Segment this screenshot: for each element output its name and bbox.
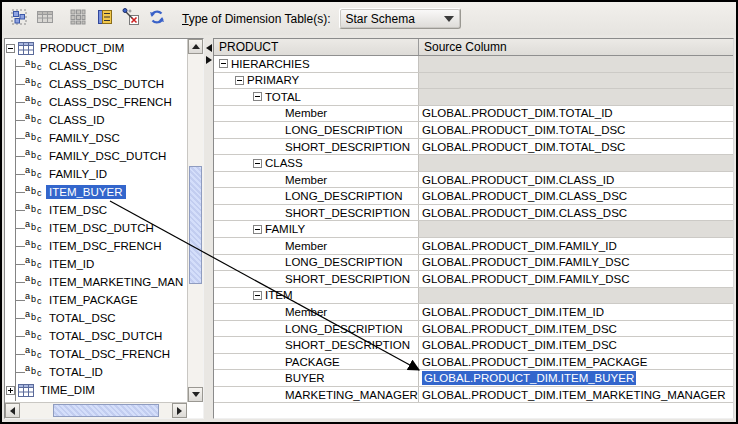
product-cell[interactable]: ITEM [214,288,419,304]
product-cell[interactable]: SHORT_DESCRIPTION [214,271,419,287]
table-row[interactable]: PACKAGEGLOBAL.PRODUCT_DIM.ITEM_PACKAGE [214,354,733,371]
table-row[interactable]: PRIMARY [214,73,733,90]
table-row[interactable]: FAMILY [214,221,733,238]
product-cell[interactable]: MARKETING_MANAGER [214,387,419,403]
source-column-cell[interactable]: GLOBAL.PRODUCT_DIM.ITEM_DSC [419,321,733,337]
collapse-right-button[interactable] [205,55,212,65]
tree-node-column[interactable]: abcITEM_DSC [5,201,187,219]
collapse-expander-icon[interactable] [253,92,262,101]
product-cell[interactable]: PRIMARY [214,73,419,89]
tree-node-column[interactable]: abcITEM_PACKAGE [5,291,187,309]
product-cell[interactable]: PACKAGE [214,354,419,370]
source-column-cell[interactable]: GLOBAL.PRODUCT_DIM.TOTAL_DSC [419,139,733,155]
product-cell[interactable]: FAMILY [214,221,419,237]
tree-node-column[interactable]: abcCLASS_DSC_DUTCH [5,75,187,93]
table-row[interactable]: MemberGLOBAL.PRODUCT_DIM.ITEM_ID [214,304,733,321]
table-row[interactable]: LONG_DESCRIPTIONGLOBAL.PRODUCT_DIM.FAMIL… [214,255,733,272]
tree-node-column[interactable]: abcFAMILY_DSC_DUTCH [5,147,187,165]
table-row[interactable]: TOTAL [214,89,733,106]
collapse-expander-icon[interactable] [253,291,262,300]
source-column-cell[interactable]: GLOBAL.PRODUCT_DIM.CLASS_DSC [419,205,733,221]
table-row[interactable]: SHORT_DESCRIPTIONGLOBAL.PRODUCT_DIM.TOTA… [214,139,733,156]
source-column-cell[interactable]: GLOBAL.PRODUCT_DIM.ITEM_PACKAGE [419,354,733,370]
dimension-type-dropdown[interactable]: Star Schema [339,8,461,29]
table-row[interactable]: ITEM [214,288,733,305]
clear-mapping-button[interactable] [120,8,142,30]
table-row[interactable]: MARKETING_MANAGERGLOBAL.PRODUCT_DIM.ITEM… [214,387,733,404]
table-row[interactable]: LONG_DESCRIPTIONGLOBAL.PRODUCT_DIM.CLASS… [214,188,733,205]
product-cell[interactable]: TOTAL [214,89,419,105]
source-column-cell[interactable]: GLOBAL.PRODUCT_DIM.TOTAL_DSC [419,122,733,138]
product-cell[interactable]: LONG_DESCRIPTION [214,255,419,271]
table-row[interactable]: SHORT_DESCRIPTIONGLOBAL.PRODUCT_DIM.ITEM… [214,337,733,354]
tree-node-column[interactable]: abcFAMILY_ID [5,165,187,183]
tree-node-column[interactable]: abcTOTAL_ID [5,363,187,381]
scroll-left-button[interactable] [5,403,20,418]
collapse-expander-icon[interactable] [253,225,262,234]
product-cell[interactable]: LONG_DESCRIPTION [214,188,419,204]
properties-list-button[interactable] [94,8,116,30]
vertical-scroll-thumb[interactable] [189,166,202,284]
product-cell[interactable]: Member [214,238,419,254]
table-row[interactable]: HIERARCHIES [214,56,733,73]
source-column-cell[interactable]: GLOBAL.PRODUCT_DIM.CLASS_ID [419,172,733,188]
collapse-expander-icon[interactable] [253,159,262,168]
tree-node-column[interactable]: abcITEM_BUYER [5,183,187,201]
product-cell[interactable]: LONG_DESCRIPTION [214,321,419,337]
product-cell[interactable]: BUYER [214,370,419,386]
expand-expander-icon[interactable] [6,386,15,395]
source-column-cell[interactable]: GLOBAL.PRODUCT_DIM.FAMILY_DSC [419,255,733,271]
table-view-button[interactable] [34,8,56,30]
table-row[interactable]: BUYERGLOBAL.PRODUCT_DIM.ITEM_BUYER [214,370,733,387]
product-cell[interactable]: SHORT_DESCRIPTION [214,139,419,155]
tree-node-root-collapsed[interactable]: TIME_DIM [5,381,187,399]
product-cell[interactable]: Member [214,172,419,188]
panel-splitter[interactable] [204,38,213,419]
product-cell[interactable]: CLASS [214,155,419,171]
source-column-cell[interactable]: GLOBAL.PRODUCT_DIM.ITEM_MARKETING_MANAGE… [419,387,733,403]
table-row[interactable]: CLASS [214,155,733,172]
tree-node-column[interactable]: abcCLASS_ID [5,111,187,129]
source-column-cell[interactable] [419,221,733,237]
collapse-expander-icon[interactable] [235,76,244,85]
source-column-cell[interactable] [419,89,733,105]
grid-view-button[interactable] [67,8,89,30]
collapse-expander-icon[interactable] [6,44,15,53]
tree-node-column[interactable]: abcITEM_MARKETING_MAN [5,273,187,291]
source-column-cell[interactable] [419,56,733,72]
source-column-cell[interactable]: GLOBAL.PRODUCT_DIM.TOTAL_ID [419,106,733,122]
column-header-source[interactable]: Source Column [419,39,733,55]
product-cell[interactable]: Member [214,304,419,320]
product-cell[interactable]: HIERARCHIES [214,56,419,72]
tree-node-column[interactable]: abcITEM_DSC_FRENCH [5,237,187,255]
table-row[interactable]: LONG_DESCRIPTIONGLOBAL.PRODUCT_DIM.ITEM_… [214,321,733,338]
table-row[interactable]: MemberGLOBAL.PRODUCT_DIM.TOTAL_ID [214,106,733,123]
tree-node-column[interactable]: abcITEM_DSC_DUTCH [5,219,187,237]
source-column-cell[interactable]: GLOBAL.PRODUCT_DIM.ITEM_ID [419,304,733,320]
tree-node-root[interactable]: PRODUCT_DIM [5,39,187,57]
tree-vertical-scrollbar[interactable] [187,39,203,402]
tree-node-column[interactable]: abcITEM_ID [5,255,187,273]
horizontal-scroll-thumb[interactable] [53,404,159,417]
tree-node-column[interactable]: abcTOTAL_DSC_FRENCH [5,345,187,363]
source-column-cell[interactable]: GLOBAL.PRODUCT_DIM.FAMILY_ID [419,238,733,254]
tree-horizontal-scrollbar[interactable] [5,402,187,418]
tree-node-column[interactable]: abcCLASS_DSC_FRENCH [5,93,187,111]
table-row[interactable]: SHORT_DESCRIPTIONGLOBAL.PRODUCT_DIM.FAMI… [214,271,733,288]
product-cell[interactable]: SHORT_DESCRIPTION [214,337,419,353]
source-column-cell[interactable]: GLOBAL.PRODUCT_DIM.ITEM_DSC [419,337,733,353]
product-cell[interactable]: SHORT_DESCRIPTION [214,205,419,221]
column-header-product[interactable]: PRODUCT [214,39,419,55]
tree-node-column[interactable]: abcFAMILY_DSC [5,129,187,147]
source-column-cell[interactable] [419,288,733,304]
source-column-cell[interactable]: GLOBAL.PRODUCT_DIM.CLASS_DSC [419,188,733,204]
tree-node-column[interactable]: abcCLASS_DSC [5,57,187,75]
tree-node-column[interactable]: abcTOTAL_DSC [5,309,187,327]
table-row[interactable]: LONG_DESCRIPTIONGLOBAL.PRODUCT_DIM.TOTAL… [214,122,733,139]
scroll-up-button[interactable] [188,39,203,54]
collapse-expander-icon[interactable] [219,59,228,68]
source-column-cell[interactable]: GLOBAL.PRODUCT_DIM.ITEM_BUYER [419,370,733,386]
tree-node-column[interactable]: abcTOTAL_DSC_DUTCH [5,327,187,345]
source-column-cell[interactable] [419,155,733,171]
collapse-left-button[interactable] [205,43,212,53]
